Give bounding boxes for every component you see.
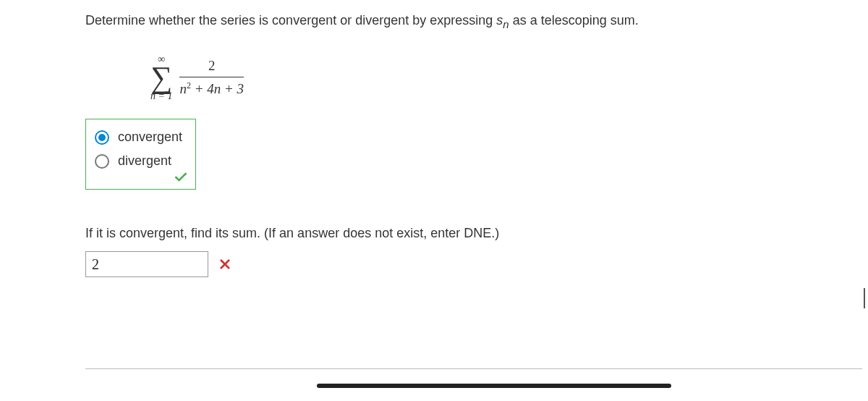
option-label-divergent: divergent xyxy=(118,153,171,169)
prompt-suffix: as a telescoping sum. xyxy=(509,13,639,28)
part2-prompt: If it is convergent, find its sum. (If a… xyxy=(85,226,868,241)
sum-input[interactable] xyxy=(85,251,208,277)
radio-unselected-icon xyxy=(95,154,109,169)
check-icon xyxy=(174,170,188,185)
numerator: 2 xyxy=(208,58,216,77)
sigma-lower: n = 1 xyxy=(150,91,172,101)
options-group: convergent divergent xyxy=(85,119,196,190)
sigma-block: ∞ ∑ n = 1 xyxy=(150,54,172,102)
option-divergent[interactable]: divergent xyxy=(95,153,182,169)
option-label-convergent: convergent xyxy=(118,130,182,145)
fraction: 2 n2 + 4n + 3 xyxy=(179,58,244,98)
option-convergent[interactable]: convergent xyxy=(95,130,182,145)
sigma-expression: ∞ ∑ n = 1 2 n2 + 4n + 3 xyxy=(150,54,244,102)
prompt-prefix: Determine whether the series is converge… xyxy=(85,13,496,28)
answer-row xyxy=(85,251,868,277)
series-formula: ∞ ∑ n = 1 2 n2 + 4n + 3 xyxy=(150,51,868,102)
sigma-symbol: ∑ xyxy=(150,64,172,92)
radio-selected-icon xyxy=(95,130,109,145)
scrollbar-thumb[interactable] xyxy=(317,384,671,388)
right-edge-mark xyxy=(862,288,865,308)
x-icon xyxy=(218,258,231,271)
divider xyxy=(85,368,862,369)
question-prompt: Determine whether the series is converge… xyxy=(85,13,868,30)
scrollbar-track[interactable] xyxy=(85,384,868,389)
question-container: Determine whether the series is converge… xyxy=(0,0,868,277)
prompt-var: sn xyxy=(496,13,509,28)
denominator: n2 + 4n + 3 xyxy=(179,77,244,98)
